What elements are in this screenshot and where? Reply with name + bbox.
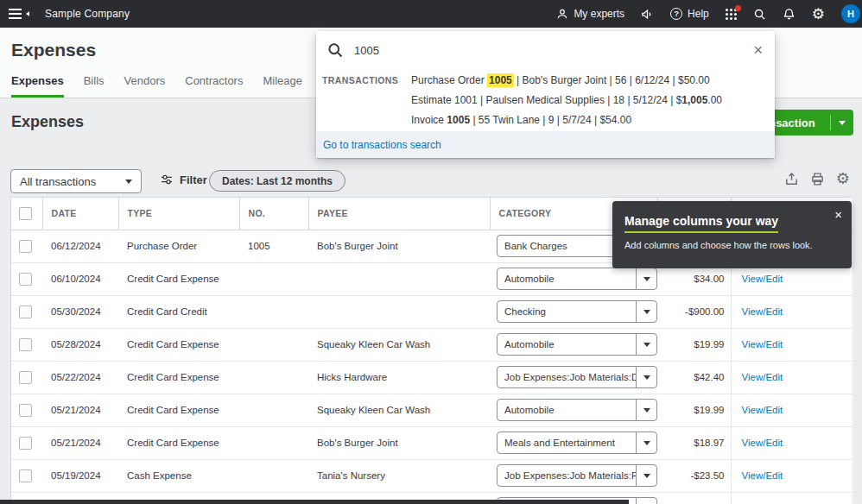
search-result-text: .00 bbox=[707, 94, 722, 106]
category-value: Job Expenses:Job Materials:De bbox=[498, 372, 636, 382]
select-all-checkbox[interactable] bbox=[19, 207, 32, 220]
tooltip-body: Add columns and choose how the rows look… bbox=[624, 240, 840, 250]
avatar[interactable]: H bbox=[841, 4, 860, 23]
tab-vendors[interactable]: Vendors bbox=[124, 74, 166, 98]
row-checkbox[interactable] bbox=[19, 371, 32, 384]
table-tools: ⚙ bbox=[784, 171, 850, 186]
row-checkbox[interactable] bbox=[19, 437, 32, 450]
help-button[interactable]: ? Help bbox=[670, 8, 709, 20]
close-icon[interactable]: × bbox=[753, 42, 763, 58]
notifications-button[interactable] bbox=[783, 8, 795, 21]
tab-expenses[interactable]: Expenses bbox=[11, 74, 64, 98]
tab-mileage[interactable]: Mileage bbox=[263, 74, 302, 98]
my-experts-button[interactable]: My experts bbox=[556, 8, 624, 20]
cell-no bbox=[239, 361, 308, 394]
cell-total: $19.99 bbox=[657, 394, 731, 426]
export-button[interactable] bbox=[784, 172, 799, 186]
search-panel-footer: Go to transactions search bbox=[316, 131, 775, 158]
cell-no: 1005 bbox=[239, 230, 308, 262]
search-result-text: 1005 bbox=[447, 114, 470, 126]
search-result-text: 1,005 bbox=[681, 94, 707, 106]
cell-payee: Bob's Burger Joint bbox=[308, 230, 490, 262]
chevron-down-icon[interactable] bbox=[636, 399, 656, 421]
category-select[interactable]: Job Expenses:Job Materials:Pl bbox=[497, 464, 657, 487]
view-edit-link[interactable]: View/Edit bbox=[742, 372, 783, 382]
search-icon bbox=[326, 41, 344, 59]
view-edit-link[interactable]: View/Edit bbox=[742, 339, 783, 350]
category-select[interactable]: Automobile bbox=[497, 333, 657, 356]
search-input[interactable] bbox=[354, 44, 753, 57]
search-results: TRANSACTIONS Purchase Order 1005 | Bob's… bbox=[316, 69, 775, 130]
search-result-item[interactable]: Estimate 1001 | Paulsen Medical Supplies… bbox=[411, 91, 768, 110]
cell-date: 05/21/2024 bbox=[42, 394, 118, 426]
search-result-item[interactable]: Purchase Order 1005 | Bob's Burger Joint… bbox=[411, 71, 768, 91]
print-button[interactable] bbox=[810, 172, 825, 186]
table-row: 05/19/2024Cash ExpenseTania's NurseryJob… bbox=[11, 459, 852, 492]
row-checkbox[interactable] bbox=[19, 306, 32, 318]
view-edit-link[interactable]: View/Edit bbox=[742, 274, 783, 284]
category-value: Automobile bbox=[498, 274, 636, 284]
cell-date: 06/12/2024 bbox=[42, 230, 118, 262]
apps-grid-button[interactable] bbox=[726, 9, 737, 20]
category-select[interactable]: Automobile bbox=[497, 399, 657, 421]
filter-bar: All transactions Filter Dates: Last 12 m… bbox=[0, 169, 862, 193]
chevron-down-icon[interactable] bbox=[636, 300, 656, 323]
search-result-item[interactable]: Invoice 1005 | 55 Twin Lane | 9 | 5/7/24… bbox=[411, 110, 768, 130]
row-checkbox[interactable] bbox=[19, 404, 32, 417]
feedback-button[interactable] bbox=[641, 8, 654, 21]
view-edit-link[interactable]: View/Edit bbox=[742, 470, 783, 481]
dates-filter-chip[interactable]: Dates: Last 12 months bbox=[209, 170, 345, 192]
filter-button[interactable]: Filter bbox=[160, 173, 207, 186]
expenses-table-body: 06/12/2024Purchase Order1005Bob's Burger… bbox=[11, 230, 852, 504]
cell-payee: Squeaky Kleen Car Wash bbox=[308, 394, 490, 426]
transactions-filter-select[interactable]: All transactions bbox=[10, 169, 142, 193]
search-result-text: Estimate 1001 | Paulsen Medical Supplies… bbox=[411, 94, 681, 106]
row-checkbox[interactable] bbox=[19, 240, 32, 253]
header-checkbox-cell bbox=[11, 198, 42, 230]
row-checkbox[interactable] bbox=[19, 338, 32, 351]
page-title: Expenses bbox=[11, 40, 96, 60]
settings-button[interactable]: ⚙ bbox=[812, 7, 825, 22]
category-select[interactable]: Meals and Entertainment bbox=[497, 432, 657, 454]
chevron-down-icon[interactable] bbox=[636, 333, 656, 356]
cell-payee bbox=[308, 262, 490, 295]
search-result-text: | 55 Twin Lane | 9 | 5/7/24 | $54.00 bbox=[470, 114, 631, 126]
menu-icon[interactable] bbox=[9, 9, 29, 19]
chevron-down-icon[interactable] bbox=[636, 366, 656, 388]
view-edit-link[interactable]: View/Edit bbox=[742, 306, 783, 317]
view-edit-link[interactable]: View/Edit bbox=[742, 405, 783, 415]
category-select[interactable]: Job Expenses:Job Materials:De bbox=[497, 366, 657, 388]
row-checkbox[interactable] bbox=[19, 273, 32, 286]
row-checkbox[interactable] bbox=[19, 469, 32, 482]
search-result-text: Invoice bbox=[411, 114, 447, 126]
cell-type: Credit Card Expense bbox=[118, 426, 239, 459]
close-icon[interactable]: × bbox=[834, 208, 842, 221]
table-settings-button[interactable]: ⚙ bbox=[836, 171, 850, 186]
view-edit-link[interactable]: View/Edit bbox=[742, 438, 783, 448]
bottom-dark-strip bbox=[0, 500, 629, 504]
go-to-transactions-search-link[interactable]: Go to transactions search bbox=[323, 139, 441, 151]
search-input-row: × bbox=[316, 31, 775, 69]
table-row: 05/22/2024Credit Card ExpenseHicks Hardw… bbox=[11, 361, 852, 394]
chevron-down-icon[interactable] bbox=[636, 268, 656, 290]
tab-contractors[interactable]: Contractors bbox=[185, 74, 243, 98]
question-icon: ? bbox=[670, 8, 682, 20]
column-header-no: NO. bbox=[239, 198, 308, 230]
cell-type: Credit Card Expense bbox=[118, 262, 239, 295]
category-select[interactable]: Checking bbox=[497, 300, 657, 323]
tab-bills[interactable]: Bills bbox=[84, 74, 105, 98]
hamburger-bars bbox=[9, 9, 22, 19]
chevron-down-icon[interactable] bbox=[636, 432, 656, 454]
chevron-down-icon[interactable] bbox=[636, 497, 656, 504]
cell-total: -$900.00 bbox=[657, 295, 731, 328]
category-select[interactable]: Automobile bbox=[497, 268, 657, 290]
chevron-down-icon[interactable] bbox=[636, 464, 656, 487]
search-result-text: Purchase Order bbox=[411, 74, 487, 86]
chevron-down-icon[interactable] bbox=[831, 121, 853, 125]
cell-payee bbox=[308, 295, 490, 328]
search-button[interactable] bbox=[753, 8, 766, 21]
filter-label: Filter bbox=[180, 173, 207, 186]
cell-total: $19.99 bbox=[657, 328, 731, 361]
quickbooks-expenses-page: Sample Company My experts ? Help bbox=[0, 0, 862, 504]
navbar-left: Sample Company bbox=[9, 8, 130, 20]
